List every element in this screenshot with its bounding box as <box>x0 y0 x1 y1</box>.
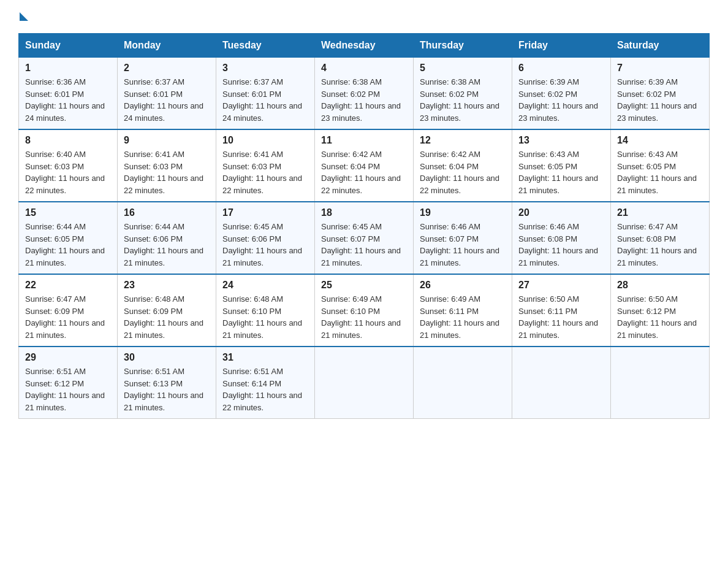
table-row: 3 Sunrise: 6:37 AM Sunset: 6:01 PM Dayli… <box>216 58 315 130</box>
table-row: 22 Sunrise: 6:47 AM Sunset: 6:09 PM Dayl… <box>19 274 118 347</box>
day-number: 15 <box>25 207 111 218</box>
table-row: 15 Sunrise: 6:44 AM Sunset: 6:05 PM Dayl… <box>19 202 118 274</box>
day-number: 31 <box>222 352 308 363</box>
day-number: 30 <box>124 352 210 363</box>
table-row <box>611 347 710 419</box>
day-info: Sunrise: 6:51 AM Sunset: 6:14 PM Dayligh… <box>222 366 308 413</box>
table-row <box>414 347 512 419</box>
day-info: Sunrise: 6:51 AM Sunset: 6:12 PM Dayligh… <box>25 366 111 413</box>
header-row: Sunday Monday Tuesday Wednesday Thursday… <box>19 34 710 58</box>
day-info: Sunrise: 6:39 AM Sunset: 6:02 PM Dayligh… <box>518 76 604 124</box>
day-number: 24 <box>222 280 308 291</box>
day-number: 12 <box>420 135 506 146</box>
logo <box>18 12 28 21</box>
table-row: 28 Sunrise: 6:50 AM Sunset: 6:12 PM Dayl… <box>611 274 710 347</box>
col-friday: Friday <box>512 34 611 58</box>
day-info: Sunrise: 6:41 AM Sunset: 6:03 PM Dayligh… <box>222 148 308 196</box>
day-number: 4 <box>321 63 407 74</box>
day-info: Sunrise: 6:45 AM Sunset: 6:06 PM Dayligh… <box>222 221 308 269</box>
logo-arrow-icon <box>20 12 28 21</box>
day-number: 10 <box>222 135 308 146</box>
day-info: Sunrise: 6:48 AM Sunset: 6:09 PM Dayligh… <box>124 293 210 341</box>
day-info: Sunrise: 6:46 AM Sunset: 6:08 PM Dayligh… <box>518 221 604 269</box>
table-row: 13 Sunrise: 6:43 AM Sunset: 6:05 PM Dayl… <box>512 129 611 202</box>
week-row-2: 8 Sunrise: 6:40 AM Sunset: 6:03 PM Dayli… <box>19 129 710 202</box>
day-number: 25 <box>321 280 407 291</box>
col-tuesday: Tuesday <box>216 34 315 58</box>
col-sunday: Sunday <box>19 34 118 58</box>
week-row-1: 1 Sunrise: 6:36 AM Sunset: 6:01 PM Dayli… <box>19 58 710 130</box>
day-number: 5 <box>420 63 506 74</box>
table-row: 18 Sunrise: 6:45 AM Sunset: 6:07 PM Dayl… <box>315 202 414 274</box>
day-info: Sunrise: 6:48 AM Sunset: 6:10 PM Dayligh… <box>222 293 308 341</box>
table-row: 14 Sunrise: 6:43 AM Sunset: 6:05 PM Dayl… <box>611 129 710 202</box>
day-info: Sunrise: 6:43 AM Sunset: 6:05 PM Dayligh… <box>617 148 703 196</box>
day-info: Sunrise: 6:47 AM Sunset: 6:09 PM Dayligh… <box>25 293 111 341</box>
table-row: 25 Sunrise: 6:49 AM Sunset: 6:10 PM Dayl… <box>315 274 414 347</box>
day-number: 7 <box>617 63 703 74</box>
day-number: 13 <box>518 135 604 146</box>
table-row: 7 Sunrise: 6:39 AM Sunset: 6:02 PM Dayli… <box>611 58 710 130</box>
day-number: 6 <box>518 63 604 74</box>
table-row: 8 Sunrise: 6:40 AM Sunset: 6:03 PM Dayli… <box>19 129 118 202</box>
day-info: Sunrise: 6:47 AM Sunset: 6:08 PM Dayligh… <box>617 221 703 269</box>
day-info: Sunrise: 6:39 AM Sunset: 6:02 PM Dayligh… <box>617 76 703 124</box>
day-number: 17 <box>222 207 308 218</box>
table-row: 2 Sunrise: 6:37 AM Sunset: 6:01 PM Dayli… <box>118 58 216 130</box>
col-monday: Monday <box>118 34 216 58</box>
table-row: 17 Sunrise: 6:45 AM Sunset: 6:06 PM Dayl… <box>216 202 315 274</box>
day-info: Sunrise: 6:43 AM Sunset: 6:05 PM Dayligh… <box>518 148 604 196</box>
table-row: 31 Sunrise: 6:51 AM Sunset: 6:14 PM Dayl… <box>216 347 315 419</box>
day-number: 27 <box>518 280 604 291</box>
day-number: 23 <box>124 280 210 291</box>
table-row: 6 Sunrise: 6:39 AM Sunset: 6:02 PM Dayli… <box>512 58 611 130</box>
day-info: Sunrise: 6:37 AM Sunset: 6:01 PM Dayligh… <box>222 76 308 124</box>
table-row: 19 Sunrise: 6:46 AM Sunset: 6:07 PM Dayl… <box>414 202 512 274</box>
table-row <box>512 347 611 419</box>
day-info: Sunrise: 6:50 AM Sunset: 6:11 PM Dayligh… <box>518 293 604 341</box>
col-thursday: Thursday <box>414 34 512 58</box>
day-number: 22 <box>25 280 111 291</box>
page-header <box>18 12 710 21</box>
col-saturday: Saturday <box>611 34 710 58</box>
day-info: Sunrise: 6:50 AM Sunset: 6:12 PM Dayligh… <box>617 293 703 341</box>
day-number: 21 <box>617 207 703 218</box>
table-row: 11 Sunrise: 6:42 AM Sunset: 6:04 PM Dayl… <box>315 129 414 202</box>
day-number: 28 <box>617 280 703 291</box>
day-number: 9 <box>124 135 210 146</box>
calendar-table: Sunday Monday Tuesday Wednesday Thursday… <box>18 33 710 419</box>
table-row: 30 Sunrise: 6:51 AM Sunset: 6:13 PM Dayl… <box>118 347 216 419</box>
table-row: 9 Sunrise: 6:41 AM Sunset: 6:03 PM Dayli… <box>118 129 216 202</box>
day-info: Sunrise: 6:44 AM Sunset: 6:05 PM Dayligh… <box>25 221 111 269</box>
day-number: 29 <box>25 352 111 363</box>
day-info: Sunrise: 6:38 AM Sunset: 6:02 PM Dayligh… <box>420 76 506 124</box>
day-info: Sunrise: 6:40 AM Sunset: 6:03 PM Dayligh… <box>25 148 111 196</box>
table-row: 21 Sunrise: 6:47 AM Sunset: 6:08 PM Dayl… <box>611 202 710 274</box>
table-row: 23 Sunrise: 6:48 AM Sunset: 6:09 PM Dayl… <box>118 274 216 347</box>
table-row: 27 Sunrise: 6:50 AM Sunset: 6:11 PM Dayl… <box>512 274 611 347</box>
day-number: 11 <box>321 135 407 146</box>
table-row: 12 Sunrise: 6:42 AM Sunset: 6:04 PM Dayl… <box>414 129 512 202</box>
day-number: 26 <box>420 280 506 291</box>
day-info: Sunrise: 6:37 AM Sunset: 6:01 PM Dayligh… <box>124 76 210 124</box>
table-row: 5 Sunrise: 6:38 AM Sunset: 6:02 PM Dayli… <box>414 58 512 130</box>
day-number: 3 <box>222 63 308 74</box>
day-info: Sunrise: 6:49 AM Sunset: 6:11 PM Dayligh… <box>420 293 506 341</box>
day-number: 8 <box>25 135 111 146</box>
day-info: Sunrise: 6:38 AM Sunset: 6:02 PM Dayligh… <box>321 76 407 124</box>
table-row: 1 Sunrise: 6:36 AM Sunset: 6:01 PM Dayli… <box>19 58 118 130</box>
col-wednesday: Wednesday <box>315 34 414 58</box>
day-number: 19 <box>420 207 506 218</box>
week-row-5: 29 Sunrise: 6:51 AM Sunset: 6:12 PM Dayl… <box>19 347 710 419</box>
day-info: Sunrise: 6:49 AM Sunset: 6:10 PM Dayligh… <box>321 293 407 341</box>
day-number: 2 <box>124 63 210 74</box>
day-info: Sunrise: 6:51 AM Sunset: 6:13 PM Dayligh… <box>124 366 210 413</box>
day-info: Sunrise: 6:46 AM Sunset: 6:07 PM Dayligh… <box>420 221 506 269</box>
week-row-4: 22 Sunrise: 6:47 AM Sunset: 6:09 PM Dayl… <box>19 274 710 347</box>
day-number: 16 <box>124 207 210 218</box>
day-info: Sunrise: 6:45 AM Sunset: 6:07 PM Dayligh… <box>321 221 407 269</box>
day-number: 1 <box>25 63 111 74</box>
day-info: Sunrise: 6:42 AM Sunset: 6:04 PM Dayligh… <box>420 148 506 196</box>
table-row: 24 Sunrise: 6:48 AM Sunset: 6:10 PM Dayl… <box>216 274 315 347</box>
table-row: 26 Sunrise: 6:49 AM Sunset: 6:11 PM Dayl… <box>414 274 512 347</box>
